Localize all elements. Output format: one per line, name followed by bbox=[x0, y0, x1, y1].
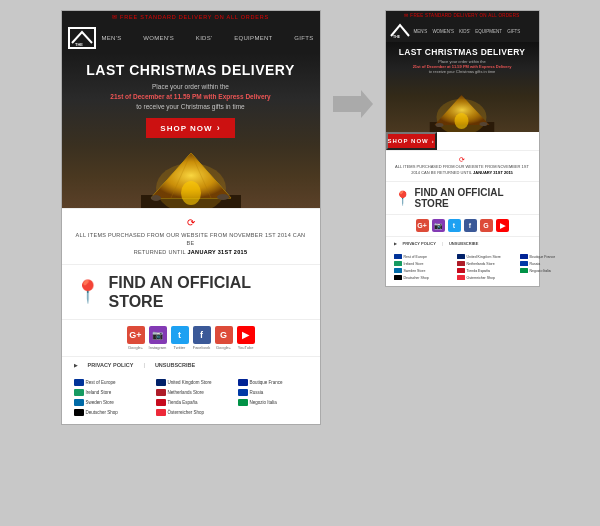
left-store-russia: Russia bbox=[250, 390, 264, 395]
right-nav-mens[interactable]: MEN'S bbox=[414, 29, 428, 34]
right-nav-equipment[interactable]: EQUIPMENT bbox=[475, 29, 502, 34]
left-privacy-link[interactable]: PRIVACY POLICY bbox=[88, 362, 134, 368]
right-triangle-icon: ▶ bbox=[394, 241, 397, 246]
left-social-google[interactable]: G+ Google+ bbox=[127, 326, 145, 350]
left-hero-subtitle: Place your order within the bbox=[152, 83, 229, 90]
left-social-youtube[interactable]: ▶ YouTube bbox=[237, 326, 255, 350]
email-right: ✉ FREE STANDARD DELIVERY ON ALL ORDERS T… bbox=[385, 10, 540, 287]
right-store-netherlands: Netherlands Store bbox=[467, 262, 495, 266]
right-privacy-link[interactable]: PRIVACY POLICY bbox=[403, 241, 436, 246]
list-item: Österreicher Shop bbox=[156, 409, 226, 416]
left-logo: THE bbox=[68, 27, 96, 49]
right-store-finder: 📍 Find an Official STORE bbox=[386, 181, 539, 214]
right-twitter-icon[interactable]: t bbox=[448, 219, 461, 232]
left-instagram-icon[interactable]: 📷 bbox=[149, 326, 167, 344]
list-item: Netherlands Store bbox=[457, 261, 512, 266]
right-unsubscribe-link[interactable]: UNSUBSCRIBE bbox=[449, 241, 478, 246]
right-nav-gifts[interactable]: GIFTS bbox=[507, 29, 520, 34]
list-item: Netherlands Store bbox=[156, 389, 226, 396]
left-store-sweden: Sweden Store bbox=[86, 400, 114, 405]
nav-gifts[interactable]: GIFTS bbox=[294, 35, 313, 41]
right-flag-ireland bbox=[394, 261, 402, 266]
left-twitter-label: Twitter bbox=[174, 345, 186, 350]
left-social-facebook[interactable]: f Facebook bbox=[193, 326, 211, 350]
right-nav-womens[interactable]: WOMEN'S bbox=[432, 29, 454, 34]
left-googleplus-icon[interactable]: G+ bbox=[127, 326, 145, 344]
left-facebook-icon[interactable]: f bbox=[193, 326, 211, 344]
left-youtube-icon[interactable]: ▶ bbox=[237, 326, 255, 344]
left-returns-date: JANUARY 31ST 2015 bbox=[187, 249, 247, 255]
left-shop-now-label: SHOP NOW bbox=[160, 124, 212, 133]
nav-mens[interactable]: MEN'S bbox=[102, 35, 122, 41]
right-youtube-icon[interactable]: ▶ bbox=[496, 219, 509, 232]
flag-russia bbox=[238, 389, 248, 396]
left-store-label: STORE bbox=[109, 292, 252, 311]
right-store-label: STORE bbox=[415, 198, 504, 209]
right-social: G+ 📷 t f G ▶ bbox=[386, 214, 539, 236]
nav-womens[interactable]: WOMEN'S bbox=[143, 35, 174, 41]
svg-text:THE: THE bbox=[75, 42, 83, 47]
svg-point-18 bbox=[455, 113, 469, 129]
right-store-row-2: Ireland Store Netherlands Store Russia bbox=[394, 261, 531, 266]
list-item: Sweden Store bbox=[74, 399, 144, 406]
svg-text:THE: THE bbox=[393, 35, 401, 39]
right-flag-italy bbox=[520, 268, 528, 273]
right-returns-text: ALL ITEMS PURCHASED FROM OUR WEBSITE FRO… bbox=[394, 164, 531, 176]
flag-italy bbox=[238, 399, 248, 406]
list-item: Rest of Europe bbox=[74, 379, 144, 386]
left-top-bar: ✉ FREE STANDARD DELIVERY ON ALL ORDERS bbox=[62, 11, 320, 23]
right-sep: | bbox=[442, 241, 443, 246]
right-returns: ⟳ ALL ITEMS PURCHASED FROM OUR WEBSITE F… bbox=[386, 150, 539, 181]
right-googleplus-icon[interactable]: G+ bbox=[416, 219, 429, 232]
left-delivery-text: ✉ FREE STANDARD DELIVERY ON ALL ORDERS bbox=[112, 14, 269, 20]
right-instagram-icon[interactable]: 📷 bbox=[432, 219, 445, 232]
list-item: Russia bbox=[520, 261, 575, 266]
right-store-germany: Deutscher Shop bbox=[404, 276, 429, 280]
list-item: United Kingdom Store bbox=[457, 254, 512, 259]
flag-ireland bbox=[74, 389, 84, 396]
right-googleplus2-icon[interactable]: G bbox=[480, 219, 493, 232]
left-googleplus2-icon[interactable]: G bbox=[215, 326, 233, 344]
right-shop-arrow-icon: › bbox=[432, 138, 435, 144]
right-nav: THE MEN'S WOMEN'S KIDS' EQUIPMENT GIFTS bbox=[386, 20, 539, 42]
nav-kids[interactable]: KIDS' bbox=[196, 35, 213, 41]
left-store-spain: Tienda España bbox=[168, 400, 198, 405]
flag-uk bbox=[156, 379, 166, 386]
left-store-italy: Negozio Italia bbox=[250, 400, 277, 405]
left-facebook-label: Facebook bbox=[193, 345, 211, 350]
left-social-twitter[interactable]: t Twitter bbox=[171, 326, 189, 350]
list-item: Negozio Italia bbox=[520, 268, 575, 273]
right-arrow-icon bbox=[333, 90, 373, 118]
left-sep: | bbox=[143, 362, 144, 368]
right-flag-europe bbox=[394, 254, 402, 259]
svg-point-19 bbox=[436, 123, 444, 127]
right-store-italy: Negozio Italia bbox=[530, 269, 551, 273]
left-social-instagram[interactable]: 📷 Instagram bbox=[149, 326, 167, 350]
left-shop-now-button[interactable]: SHOP NOW › bbox=[146, 118, 234, 138]
right-nav-kids[interactable]: KIDS' bbox=[459, 29, 470, 34]
left-returns: ⟳ ALL ITEMS PURCHASED FROM OUR WEBSITE F… bbox=[62, 208, 320, 264]
right-store-france: Boutique France bbox=[530, 255, 556, 259]
right-delivery-label: FREE STANDARD DELIVERY ON ALL ORDERS bbox=[410, 13, 519, 18]
left-social-googleplus2[interactable]: G Google+ bbox=[215, 326, 233, 350]
nav-equipment[interactable]: EQUIPMENT bbox=[234, 35, 272, 41]
left-store-uk: United Kingdom Store bbox=[168, 380, 212, 385]
list-item: Boutique France bbox=[238, 379, 308, 386]
right-store-links: Rest of Europe United Kingdom Store Bout… bbox=[386, 250, 539, 286]
right-facebook-icon[interactable]: f bbox=[464, 219, 477, 232]
right-store-row-4: Deutscher Shop Österreicher Shop bbox=[394, 275, 531, 280]
left-twitter-icon[interactable]: t bbox=[171, 326, 189, 344]
arrow-container bbox=[333, 10, 373, 118]
page-wrapper: ✉ FREE STANDARD DELIVERY ON ALL ORDERS T… bbox=[61, 10, 540, 425]
right-footer-links: ▶ PRIVACY POLICY | UNSUBSCRIBE bbox=[386, 236, 539, 250]
right-flag-netherlands bbox=[457, 261, 465, 266]
right-shop-now-button[interactable]: SHOP NOW › bbox=[386, 132, 437, 150]
tnf-logo-svg: THE bbox=[70, 29, 94, 47]
left-store-europe: Rest of Europe bbox=[86, 380, 116, 385]
left-store-links: Rest of Europe United Kingdom Store Bout… bbox=[62, 373, 320, 424]
left-unsubscribe-link[interactable]: UNSUBSCRIBE bbox=[155, 362, 195, 368]
left-youtube-label: YouTube bbox=[238, 345, 254, 350]
list-item: Rest of Europe bbox=[394, 254, 449, 259]
right-returns-date: JANUARY 31ST 2015 bbox=[473, 170, 513, 175]
right-hero: LAST CHRISTMAS DELIVERY Place your order… bbox=[386, 42, 539, 132]
